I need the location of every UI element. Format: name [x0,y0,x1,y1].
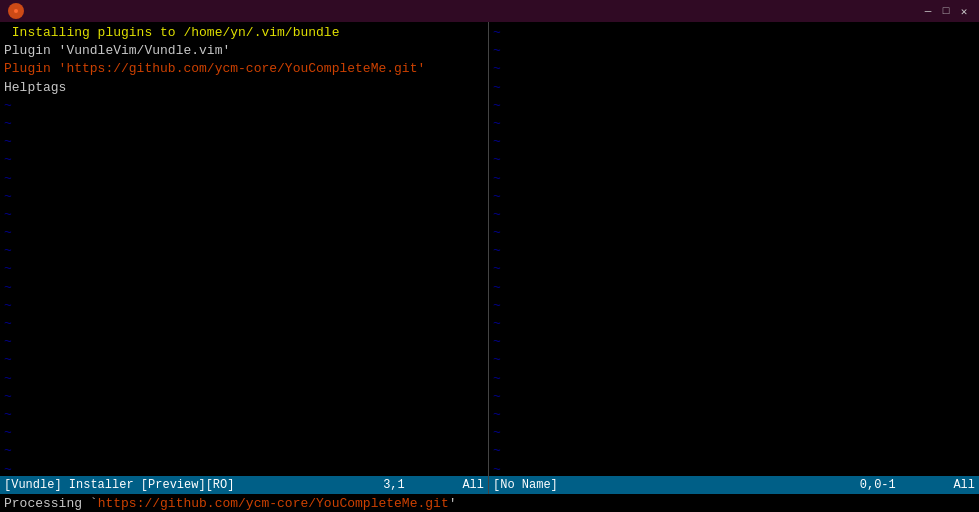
left-pane[interactable]: Installing plugins to /home/yn/.vim/bund… [0,22,489,476]
cmdline-prefix: Processing ` [4,496,98,511]
line-plugin-vundle: Plugin 'VundleVim/Vundle.vim' [4,42,484,60]
cmdline-url: https://github.com/ycm-core/YouCompleteM… [98,496,449,511]
main-area: Installing plugins to /home/yn/.vim/bund… [0,22,979,512]
right-content: ~~~~~ ~~~~~ ~~~~~ ~~~~~ ~~~~~ ~~~~~ ~~~~… [489,22,979,476]
status-area: [Vundle] Installer [Preview][RO] 3,1 All… [0,476,979,494]
cmdline-suffix: ' [449,496,457,511]
editor-area: Installing plugins to /home/yn/.vim/bund… [0,22,979,476]
line-helptags: Helptags [4,79,484,97]
line-plugin-ycm: Plugin 'https://github.com/ycm-core/YouC… [4,60,484,78]
status-bar-left: [Vundle] Installer [Preview][RO] 3,1 All [0,476,489,494]
maximize-button[interactable]: □ [939,4,953,18]
right-pane[interactable]: ~~~~~ ~~~~~ ~~~~~ ~~~~~ ~~~~~ ~~~~~ ~~~~… [489,22,979,476]
close-button[interactable]: ✕ [957,4,971,18]
line-installing: Installing plugins to /home/yn/.vim/bund… [4,24,484,42]
status-left-name: [Vundle] Installer [Preview][RO] [4,478,234,492]
window-controls: — □ ✕ [921,4,971,18]
status-bar-right: [No Name] 0,0-1 All [489,476,979,494]
cmdline: Processing `https://github.com/ycm-core/… [0,494,979,512]
left-tilde-lines: ~~~~~ ~~~~~ ~~~~~ ~~~~~ ~~~~~ ~~~~~ [4,97,484,476]
left-content: Installing plugins to /home/yn/.vim/bund… [0,22,488,476]
titlebar: — □ ✕ [0,0,979,22]
right-tilde-lines: ~~~~~ ~~~~~ ~~~~~ ~~~~~ ~~~~~ ~~~~~ ~~~~… [493,24,975,476]
status-right-name: [No Name] [493,478,558,492]
app-icon [8,3,24,19]
status-left-position: 3,1 All [383,478,484,492]
minimize-button[interactable]: — [921,4,935,18]
svg-point-1 [14,9,18,13]
status-right-position: 0,0-1 All [860,478,975,492]
